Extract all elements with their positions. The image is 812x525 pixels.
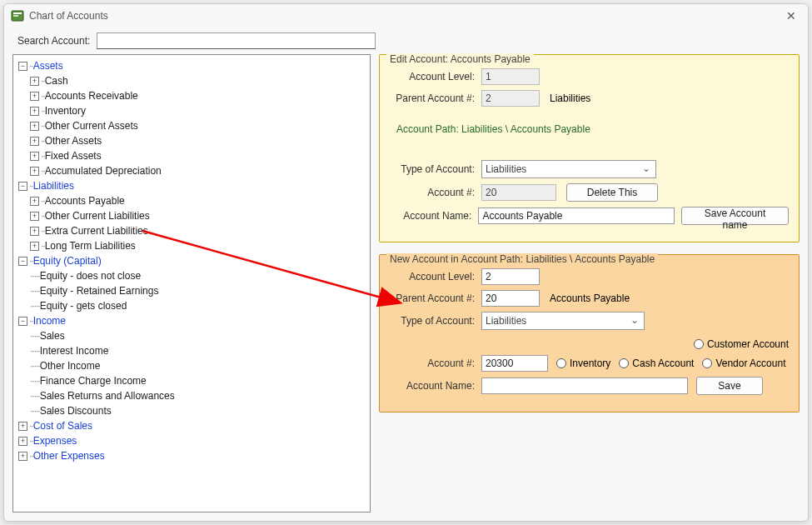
- liabilities-children: +··Accounts Payable+··Other Current Liab…: [18, 193, 365, 253]
- new-level-label: Account Level:: [390, 271, 481, 282]
- expand-icon[interactable]: +: [30, 212, 39, 221]
- tree-node[interactable]: Fixed Assets: [45, 150, 102, 162]
- close-icon[interactable]: ✕: [781, 9, 801, 22]
- expand-icon[interactable]: +: [18, 437, 27, 446]
- new-parent-name: Accounts Payable: [550, 292, 630, 304]
- expand-icon[interactable]: +: [30, 167, 39, 176]
- expand-icon[interactable]: +: [30, 152, 39, 161]
- new-num-label: Account #:: [390, 358, 481, 369]
- app-icon: [11, 9, 24, 22]
- tree-node-other-expenses[interactable]: Other Expenses: [33, 450, 105, 462]
- tree-node[interactable]: Equity - gets closed: [40, 300, 127, 312]
- tree-node[interactable]: Extra Current Liabilities: [45, 225, 148, 237]
- tree-node-liabilities[interactable]: Liabilities: [33, 180, 74, 192]
- tree-node[interactable]: Equity - does not close: [40, 270, 141, 282]
- expand-icon[interactable]: +: [30, 227, 39, 236]
- new-name-label: Account Name:: [390, 380, 481, 392]
- tree-node[interactable]: Equity - Retained Earnings: [40, 285, 159, 297]
- tree-node-income[interactable]: Income: [33, 315, 66, 327]
- assets-children: +··Cash+··Accounts Receivable+··Inventor…: [18, 73, 365, 178]
- expand-icon[interactable]: +: [18, 452, 27, 461]
- tree-node[interactable]: Accounts Receivable: [45, 90, 138, 102]
- edit-type-select[interactable]: Liabilities: [481, 160, 656, 178]
- svg-rect-2: [13, 15, 18, 17]
- tree-node[interactable]: Other Income: [40, 360, 101, 372]
- tree-node-expenses[interactable]: Expenses: [33, 435, 77, 447]
- tree-node-assets[interactable]: Assets: [33, 60, 63, 72]
- new-parent-label: Parent Account #:: [390, 292, 481, 304]
- collapse-icon[interactable]: −: [18, 62, 27, 71]
- expand-icon[interactable]: +: [30, 77, 39, 86]
- edit-name-label: Account Name:: [390, 210, 478, 222]
- edit-account-path: Account Path: Liabilities \ Accounts Pay…: [390, 123, 789, 135]
- delete-this-button[interactable]: Delete This: [566, 183, 658, 202]
- new-panel-legend: New Account in Account Path: Liabilities…: [386, 253, 658, 265]
- tree-node[interactable]: Finance Charge Income: [40, 375, 147, 387]
- radio-vendor-account[interactable]: Vendor Account: [702, 358, 785, 369]
- svg-rect-1: [13, 12, 22, 14]
- collapse-icon[interactable]: −: [18, 317, 27, 326]
- tree-node[interactable]: Accumulated Depreciation: [45, 165, 162, 177]
- new-parent-num-field[interactable]: [481, 290, 540, 307]
- tree-node[interactable]: Other Current Assets: [45, 120, 138, 132]
- tree-node[interactable]: Sales: [40, 330, 65, 342]
- expand-icon[interactable]: +: [18, 422, 27, 431]
- new-num-field[interactable]: [481, 355, 548, 372]
- expand-icon[interactable]: +: [30, 197, 39, 206]
- new-account-panel: New Account in Account Path: Liabilities…: [379, 254, 800, 412]
- tree-node[interactable]: Interest Income: [40, 345, 109, 357]
- tree-node[interactable]: Accounts Payable: [45, 195, 125, 207]
- new-type-select[interactable]: Liabilities: [481, 312, 645, 330]
- edit-parent-num-field: [481, 90, 540, 107]
- radio-inventory[interactable]: Inventory: [556, 358, 610, 369]
- edit-account-panel: Edit Account: Accounts Payable Account L…: [379, 54, 800, 242]
- new-type-label: Type of Account:: [390, 315, 481, 327]
- edit-name-field[interactable]: [478, 208, 675, 224]
- save-button[interactable]: Save: [696, 377, 763, 395]
- tree-node[interactable]: Sales Returns and Allowances: [40, 390, 175, 402]
- account-tree[interactable]: −··Assets +··Cash+··Accounts Receivable+…: [12, 54, 371, 512]
- edit-panel-legend: Edit Account: Accounts Payable: [386, 53, 534, 65]
- income-children: ·····Sales·····Interest Income·····Other…: [18, 328, 365, 418]
- radio-customer-account[interactable]: Customer Account: [694, 338, 789, 350]
- search-input[interactable]: [97, 32, 376, 49]
- expand-icon[interactable]: +: [30, 92, 39, 101]
- equity-children: ·····Equity - does not close·····Equity …: [18, 268, 365, 313]
- expand-icon[interactable]: +: [30, 242, 39, 251]
- chart-of-accounts-window: Chart of Accounts ✕ Search Account: −··A…: [3, 3, 809, 522]
- tree-node[interactable]: Other Current Liabilities: [45, 210, 150, 222]
- radio-cash-account[interactable]: Cash Account: [619, 358, 694, 369]
- expand-icon[interactable]: +: [30, 137, 39, 146]
- edit-parent-label: Parent Account #:: [390, 92, 481, 104]
- expand-icon[interactable]: +: [30, 122, 39, 131]
- expand-icon[interactable]: +: [30, 107, 39, 116]
- tree-node[interactable]: Inventory: [45, 105, 86, 117]
- tree-node[interactable]: Long Term Liabilities: [45, 240, 136, 252]
- tree-node[interactable]: Cash: [45, 75, 68, 87]
- edit-type-label: Type of Account:: [390, 163, 481, 175]
- window-title: Chart of Accounts: [29, 10, 108, 22]
- tree-node[interactable]: Sales Discounts: [40, 405, 112, 417]
- collapse-icon[interactable]: −: [18, 257, 27, 266]
- tree-node-equity[interactable]: Equity (Capital): [33, 255, 102, 267]
- edit-level-field: [481, 68, 540, 85]
- edit-level-label: Account Level:: [390, 71, 481, 82]
- new-name-field[interactable]: [481, 378, 688, 394]
- edit-num-field: [481, 184, 556, 201]
- tree-node-cost-of-sales[interactable]: Cost of Sales: [33, 420, 92, 432]
- tree-node[interactable]: Other Assets: [45, 135, 102, 147]
- search-row: Search Account:: [12, 32, 800, 49]
- search-label: Search Account:: [17, 35, 90, 47]
- save-account-name-button[interactable]: Save Account name: [681, 207, 789, 225]
- new-level-field[interactable]: [481, 268, 540, 285]
- edit-parent-name: Liabilities: [550, 92, 590, 104]
- titlebar: Chart of Accounts ✕: [4, 4, 808, 28]
- collapse-icon[interactable]: −: [18, 182, 27, 191]
- edit-num-label: Account #:: [390, 187, 481, 198]
